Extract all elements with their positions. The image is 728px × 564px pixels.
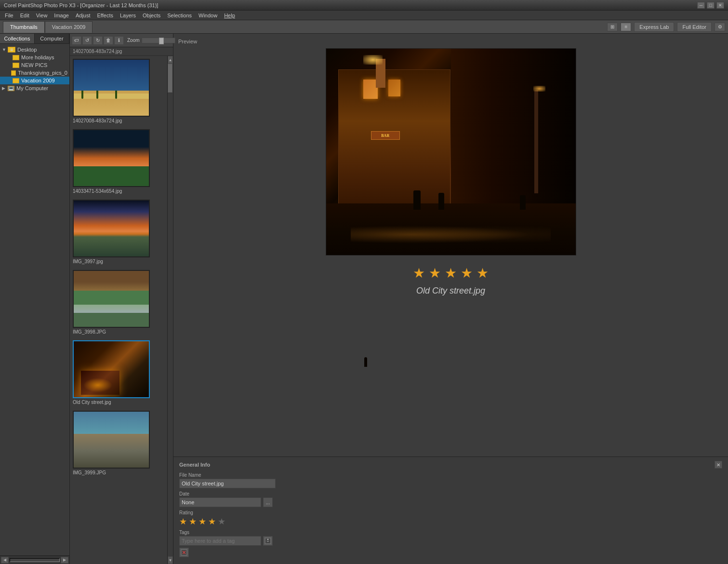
tags-field[interactable]: [179, 536, 261, 546]
tab-group: Thumbnails Vacation 2009: [3, 21, 93, 33]
info-close-button[interactable]: ✕: [715, 461, 722, 469]
current-file-label: 14027008-483x724.jpg: [70, 47, 173, 56]
thumbnail-item-family[interactable]: 14033471-534x654.jpg: [73, 129, 164, 194]
left-tabs: Collections Computer: [0, 34, 69, 44]
star-4[interactable]: ★: [461, 265, 473, 281]
menu-objects[interactable]: Objects: [140, 12, 163, 19]
date-field[interactable]: [179, 497, 261, 507]
info-star-4[interactable]: ★: [208, 516, 216, 527]
tree-expand-icon: ▶: [2, 86, 8, 91]
file-name-row: File Name: [179, 472, 722, 488]
preview-filename: Old City street.jpg: [416, 286, 485, 296]
maximize-button[interactable]: □: [707, 2, 715, 9]
tags-field-label: Tags: [179, 530, 722, 535]
tab-vacation[interactable]: Vacation 2009: [45, 21, 93, 33]
tab-thumbnails[interactable]: Thumbnails: [3, 21, 45, 33]
info-star-1[interactable]: ★: [179, 516, 187, 527]
menu-selections[interactable]: Selections: [164, 12, 195, 19]
tags-row: Tags: [179, 530, 722, 557]
delete-button[interactable]: 🗑: [104, 36, 113, 45]
zoom-slider[interactable]: [142, 38, 175, 43]
thumbnail-item-street[interactable]: Old City street.jpg: [73, 340, 164, 405]
computer-tab[interactable]: Computer: [35, 34, 69, 43]
tree-label-my-computer: My Computer: [16, 85, 48, 91]
title-bar-text: Corel PaintShop Photo Pro X3 - [Organize…: [4, 2, 158, 8]
thumbnail-label-sunset: IMG_3997.jpg: [73, 259, 164, 264]
date-picker-button[interactable]: ...: [263, 497, 273, 507]
rotate-left-button[interactable]: ↺: [82, 36, 92, 45]
zoom-label: Zoom: [127, 38, 140, 43]
info-button[interactable]: ℹ: [114, 36, 124, 45]
tree-item-my-computer[interactable]: ▶ 💻 My Computer: [0, 84, 69, 92]
file-name-field[interactable]: [179, 479, 276, 488]
date-field-label: Date: [179, 491, 722, 497]
settings-icon[interactable]: ⚙: [715, 23, 725, 31]
zoom-group: Zoom: [125, 38, 176, 43]
tag-remove-button[interactable]: [179, 548, 189, 557]
menu-layers[interactable]: Layers: [117, 12, 139, 19]
minimize-button[interactable]: ─: [697, 2, 705, 9]
menu-view[interactable]: View: [33, 12, 51, 19]
thumbnail-item-sunset[interactable]: IMG_3997.jpg: [73, 200, 164, 264]
zoom-slider-thumb[interactable]: [159, 38, 164, 44]
tree-label-new-pics: NEW PICS: [21, 62, 47, 68]
svg-point-2: [267, 539, 269, 540]
folder-icon: [13, 63, 19, 68]
info-star-2[interactable]: ★: [189, 516, 197, 527]
tag-add-button[interactable]: [263, 536, 273, 546]
tag-add-icon: [265, 537, 271, 544]
star-2[interactable]: ★: [429, 265, 441, 281]
menu-help[interactable]: Help: [221, 12, 238, 19]
right-panel: Preview BAR: [173, 34, 728, 564]
tree-label-thanksgiving: Thanksgiving_pics_0: [18, 70, 67, 76]
express-lab-button[interactable]: Express Lab: [634, 22, 674, 32]
scroll-up-arrow[interactable]: ▲: [168, 56, 173, 64]
folder-icon: 🖥: [8, 47, 15, 53]
tree-expand-icon: ▼: [2, 47, 8, 52]
menu-effects[interactable]: Effects: [94, 12, 116, 19]
date-row: Date ...: [179, 491, 722, 507]
thumbnail-label-beach: 14027008-483x724.jpg: [73, 118, 164, 123]
thumbnails-scroll[interactable]: 14027008-483x724.jpg 14033471-534x654.jp…: [70, 56, 167, 564]
tags-remove-row: [179, 548, 722, 557]
info-star-5[interactable]: ★: [218, 516, 225, 527]
info-star-3[interactable]: ★: [199, 516, 206, 527]
scrollbar-track[interactable]: [10, 558, 60, 562]
star-5[interactable]: ★: [477, 265, 489, 281]
star-3[interactable]: ★: [445, 265, 457, 281]
menu-adjust[interactable]: Adjust: [73, 12, 93, 19]
full-editor-button[interactable]: Full Editor: [677, 22, 712, 32]
collections-tab[interactable]: Collections: [0, 34, 35, 43]
menu-edit[interactable]: Edit: [17, 12, 32, 19]
title-bar-buttons: ─ □ ✕: [697, 2, 724, 9]
preview-image: BAR: [326, 48, 576, 255]
scroll-left-arrow[interactable]: ◀: [1, 557, 9, 564]
menu-image[interactable]: Image: [51, 12, 72, 19]
thumbnail-item-river[interactable]: IMG_3998.JPG: [73, 270, 164, 335]
view-list-button[interactable]: ≡: [621, 23, 631, 31]
thumbnail-item-beach[interactable]: 14027008-483x724.jpg: [73, 59, 164, 123]
info-panel-header: General Info ✕: [179, 461, 722, 469]
rotate-right-button[interactable]: ↻: [93, 36, 103, 45]
view-grid-button[interactable]: ⊞: [607, 23, 618, 31]
computer-icon: 💻: [8, 86, 14, 91]
tree-item-new-pics[interactable]: NEW PICS: [0, 61, 69, 69]
menu-file[interactable]: File: [2, 12, 16, 19]
thumbnail-item-rocks[interactable]: IMG_3999.JPG: [73, 411, 164, 475]
star-1[interactable]: ★: [413, 265, 425, 281]
thumbnail-image-street: [73, 340, 150, 398]
close-window-button[interactable]: ✕: [716, 2, 724, 9]
scroll-track[interactable]: [168, 64, 173, 556]
thumbnail-image-rocks: [73, 411, 150, 469]
tag-tool-button[interactable]: 🏷: [72, 36, 81, 45]
scroll-thumb[interactable]: [168, 64, 172, 93]
thumbnail-image-family: [73, 129, 150, 187]
menu-window[interactable]: Window: [196, 12, 220, 19]
tree-item-vacation-2009[interactable]: Vacation 2009: [0, 77, 69, 84]
scroll-right-arrow[interactable]: ▶: [61, 557, 68, 564]
scroll-down-arrow[interactable]: ▼: [168, 556, 173, 564]
thumbnail-image-beach: [73, 59, 150, 117]
tree-item-desktop[interactable]: ▼ 🖥 Desktop: [0, 46, 69, 54]
tree-item-more-holidays[interactable]: More holidays: [0, 54, 69, 61]
tree-item-thanksgiving[interactable]: Thanksgiving_pics_0: [0, 69, 69, 77]
